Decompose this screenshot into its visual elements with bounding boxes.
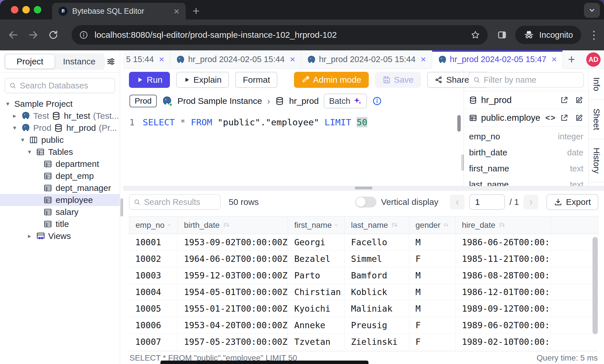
reload-icon[interactable] bbox=[47, 29, 60, 41]
sidebar-resize-handle[interactable] bbox=[121, 199, 123, 216]
tree-item-public[interactable]: ▾public bbox=[0, 134, 120, 146]
tree-item-hr-prod[interactable]: ▾Prodhr_prod(Pr... bbox=[0, 122, 120, 134]
edit-icon[interactable] bbox=[575, 114, 583, 122]
tree-item-views[interactable]: ▸Views bbox=[0, 230, 120, 242]
column-header-emp_no[interactable]: emp_no bbox=[129, 216, 178, 234]
url-text[interactable]: localhost:8080/sql-editor/prod-sample-in… bbox=[95, 30, 464, 40]
browser-menu-icon[interactable]: ⋮ bbox=[589, 29, 599, 41]
results-search[interactable] bbox=[129, 194, 221, 210]
caret-down-icon[interactable]: ▾ bbox=[11, 124, 18, 132]
filter-settings-icon[interactable] bbox=[106, 57, 116, 66]
window-zoom-button[interactable] bbox=[34, 6, 41, 13]
tree-item-label: Sample Project bbox=[14, 99, 72, 109]
tree-item-employee[interactable]: employee bbox=[0, 194, 120, 206]
external-link-icon[interactable] bbox=[560, 96, 568, 104]
instance-name[interactable]: Prod Sample Instance bbox=[177, 96, 262, 106]
sql-statement[interactable]: SELECT * FROM "public"."employee" LIMIT … bbox=[143, 116, 367, 129]
caret-down-icon[interactable]: ▾ bbox=[19, 136, 26, 144]
column-header-gender[interactable]: gender bbox=[409, 216, 456, 234]
caret-right-icon[interactable]: ▸ bbox=[11, 112, 18, 120]
browser-tab-close-icon[interactable]: × bbox=[174, 6, 179, 16]
sidebar-resize-divider[interactable] bbox=[120, 50, 123, 364]
forward-icon[interactable] bbox=[27, 29, 40, 41]
tree-item-title[interactable]: title bbox=[0, 218, 120, 230]
column-header-hire_date[interactable]: hire_date bbox=[456, 216, 551, 234]
tree-item-hr-test[interactable]: ▸Testhr_test(Test... bbox=[0, 110, 120, 122]
run-button[interactable]: Run bbox=[129, 72, 170, 88]
next-page-button[interactable]: › bbox=[523, 195, 538, 209]
table-scrollbar-thumb[interactable] bbox=[593, 237, 598, 334]
format-button[interactable]: Format bbox=[235, 72, 277, 88]
table-cell: F bbox=[409, 251, 456, 267]
tree-item-sample-project[interactable]: ▾Sample Project bbox=[0, 98, 120, 110]
editor-tab[interactable]: 5 15:44× bbox=[123, 50, 170, 68]
tree-item-tables[interactable]: ▾Tables bbox=[0, 146, 120, 158]
tree-item-salary[interactable]: salary bbox=[0, 206, 120, 218]
site-info-icon[interactable] bbox=[79, 30, 88, 39]
editor-tab[interactable]: hr_prod 2024-02-05 15:44× bbox=[301, 50, 432, 68]
avatar[interactable]: AD bbox=[586, 52, 601, 67]
back-icon[interactable] bbox=[7, 29, 19, 41]
editor-scrollbar-thumb[interactable] bbox=[457, 115, 461, 132]
database-search[interactable] bbox=[5, 78, 115, 93]
schema-filter[interactable] bbox=[468, 72, 584, 88]
tab-search-button[interactable] bbox=[584, 3, 600, 18]
side-tab-history[interactable]: History bbox=[589, 139, 604, 182]
caret-down-icon[interactable]: ▾ bbox=[26, 148, 33, 156]
bookmark-star-icon[interactable] bbox=[470, 30, 480, 40]
new-tab-icon[interactable]: + bbox=[193, 5, 200, 17]
window-minimize-button[interactable] bbox=[22, 6, 30, 13]
sql-code-area[interactable]: 1 SELECT * FROM "public"."employee" LIMI… bbox=[123, 111, 464, 186]
close-tab-icon[interactable]: × bbox=[552, 54, 557, 65]
caret-down-icon[interactable]: ▾ bbox=[4, 100, 11, 108]
vertical-display-toggle[interactable] bbox=[355, 197, 376, 207]
column-header-birth_date[interactable]: birth_date bbox=[178, 216, 288, 234]
explain-button[interactable]: Explain bbox=[176, 72, 229, 88]
external-link-icon[interactable] bbox=[560, 114, 568, 122]
column-header-first_name[interactable]: first_name bbox=[288, 216, 345, 234]
editor-tab[interactable]: hr_prod 2024-02-05 15:44× bbox=[170, 50, 301, 68]
results-search-input[interactable] bbox=[144, 197, 216, 207]
info-icon[interactable] bbox=[372, 96, 382, 106]
column-row-emp_no[interactable]: emp_nointeger bbox=[469, 128, 583, 145]
database-name[interactable]: hr_prod bbox=[289, 96, 319, 106]
edit-icon[interactable] bbox=[575, 96, 583, 104]
results-resize-handle[interactable] bbox=[355, 187, 372, 189]
window-close-button[interactable] bbox=[11, 6, 18, 13]
tree-item-dept-manager[interactable]: dept_manager bbox=[0, 182, 120, 194]
tab-project[interactable]: Project bbox=[5, 54, 55, 69]
column-row-first_name[interactable]: first_nametext bbox=[469, 161, 583, 177]
tree-item-department[interactable]: department bbox=[0, 158, 120, 170]
column-header-last_name[interactable]: last_name bbox=[345, 216, 409, 234]
save-button[interactable]: Save bbox=[375, 72, 421, 88]
page-number-input[interactable] bbox=[469, 194, 505, 210]
sql-token: 50 bbox=[357, 117, 367, 127]
schema-filter-input[interactable] bbox=[484, 75, 579, 85]
close-tab-icon[interactable]: × bbox=[290, 54, 295, 65]
caret-right-icon[interactable]: ▸ bbox=[26, 232, 33, 240]
side-tab-info[interactable]: Info bbox=[589, 69, 604, 100]
tree-item-dept-emp[interactable]: dept_emp bbox=[0, 170, 120, 182]
schema-database-row[interactable]: hr_prod bbox=[464, 91, 589, 109]
view-code-icon[interactable]: <> bbox=[545, 113, 556, 122]
batch-button[interactable]: Batch bbox=[324, 94, 367, 108]
address-bar[interactable]: localhost:8080/sql-editor/prod-sample-in… bbox=[72, 25, 488, 45]
tab-instance[interactable]: Instance bbox=[55, 54, 104, 69]
close-tab-icon[interactable]: × bbox=[159, 54, 164, 65]
database-search-input[interactable] bbox=[20, 81, 111, 90]
panel-resize-handle[interactable] bbox=[462, 155, 464, 171]
column-row-birth_date[interactable]: birth_datedate bbox=[469, 145, 583, 161]
column-row-last_name[interactable]: last_nametext bbox=[469, 177, 583, 186]
schema-table-row[interactable]: public.employe <> bbox=[464, 109, 589, 126]
export-button[interactable]: Export bbox=[546, 194, 598, 210]
browser-tab[interactable]: Bytebase SQL Editor × bbox=[52, 3, 186, 19]
new-sheet-icon[interactable]: + bbox=[563, 50, 580, 68]
results-resize-divider[interactable] bbox=[123, 186, 604, 191]
admin-mode-button[interactable]: Admin mode bbox=[294, 72, 368, 88]
editor-tab[interactable]: hr_prod 2024-02-05 15:47× bbox=[432, 50, 563, 69]
line-number: 1 bbox=[123, 116, 143, 129]
close-tab-icon[interactable]: × bbox=[421, 54, 426, 65]
side-panel-icon[interactable] bbox=[497, 30, 507, 40]
prev-page-button[interactable]: ‹ bbox=[450, 195, 465, 209]
side-tab-sheet[interactable]: Sheet bbox=[589, 100, 604, 139]
